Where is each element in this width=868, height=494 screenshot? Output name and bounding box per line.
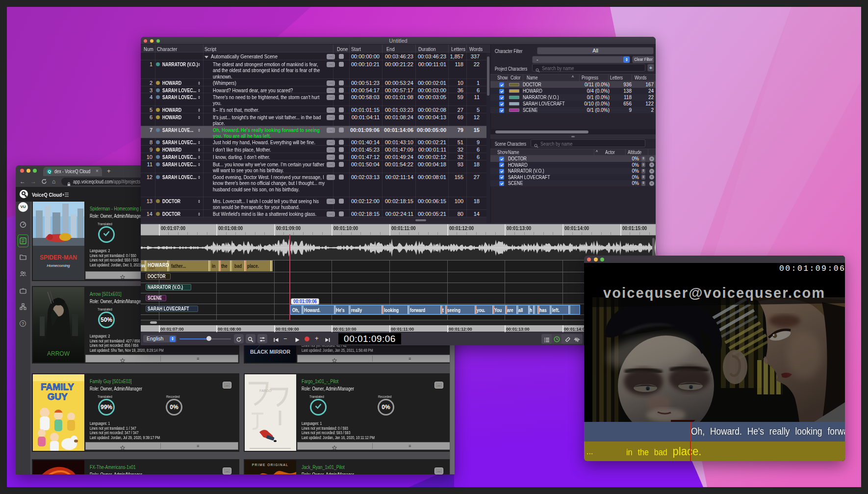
- svg-text:Homecoming: Homecoming: [47, 263, 70, 268]
- svg-text:GUY: GUY: [47, 391, 68, 402]
- svg-text:SPIDER-MAN: SPIDER-MAN: [40, 254, 77, 261]
- svg-text:PRIME ORIGINAL: PRIME ORIGINAL: [252, 463, 288, 467]
- svg-text:FAMILY: FAMILY: [41, 382, 74, 392]
- svg-text:ARROW: ARROW: [47, 350, 70, 357]
- svg-text:FARGO: FARGO: [259, 389, 272, 392]
- svg-text:BLACK MIRROR: BLACK MIRROR: [250, 349, 291, 355]
